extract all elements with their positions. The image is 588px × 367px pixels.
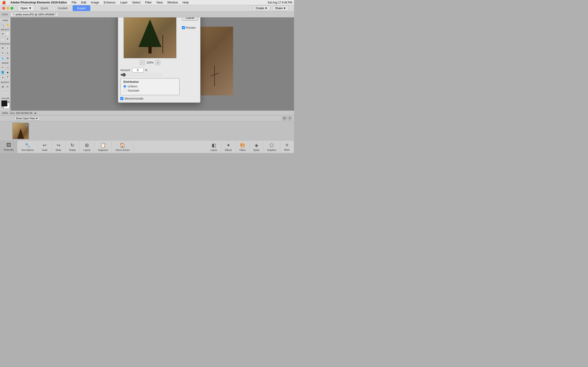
menu-help[interactable]: Help: [181, 0, 191, 5]
effects-label: Effects: [225, 149, 232, 151]
menu-filter[interactable]: Filter: [143, 0, 154, 5]
gaussian-radio[interactable]: [123, 89, 126, 92]
bin-expand-icon[interactable]: ▽: [288, 116, 292, 120]
view-section-label: VIEW: [0, 19, 10, 22]
open-label: Open: [20, 6, 28, 10]
spot-tool[interactable]: ✎: [0, 51, 5, 56]
zoom-in-button[interactable]: +: [155, 60, 160, 65]
share-button[interactable]: Share ▼: [272, 6, 289, 11]
enhance-tools-row3: 💧 ⚙: [0, 56, 10, 60]
amount-unit: %: [145, 69, 147, 72]
open-arrow-icon: ▼: [29, 6, 32, 10]
eraser-tool[interactable]: ◻: [6, 65, 10, 70]
zoom-out-button[interactable]: −: [140, 60, 145, 65]
clone-tool[interactable]: ⊙: [6, 51, 10, 56]
healing-tool[interactable]: ⚕: [6, 46, 10, 50]
thumb-tree: [17, 128, 24, 139]
transform-tool[interactable]: ⟳: [6, 84, 10, 89]
tool-options-button[interactable]: 🔧 Tool Options: [17, 141, 38, 153]
shape-tool-btn[interactable]: ■: [6, 70, 10, 75]
marquee-tool[interactable]: ⬜: [6, 32, 10, 36]
undo-label: Undo: [42, 149, 48, 151]
show-open-files-dropdown[interactable]: Show Open Files ▼: [14, 116, 40, 120]
photo-bin-button[interactable]: 🖼 Photo Bin: [0, 141, 17, 153]
modify-tools-row2: 〰: [0, 90, 10, 94]
filters-button[interactable]: 🎨 Filters: [236, 141, 250, 153]
home-screen-icon: 🏠: [120, 142, 125, 148]
file-tab[interactable]: ✕ pretty snow.JPG @ 100% (RGB/8) *: [10, 12, 59, 17]
swap-colors-icon[interactable]: ⇄: [8, 100, 10, 103]
type-tool[interactable]: T: [6, 75, 10, 80]
hand-tool[interactable]: ✋: [6, 23, 10, 27]
view-tools: 🔍 ✋: [0, 23, 10, 27]
menu-image[interactable]: Image: [89, 0, 101, 5]
crop-tool[interactable]: ⊞: [0, 84, 5, 89]
gaussian-option: Gaussian: [123, 89, 177, 92]
rotate-button[interactable]: ↻ Rotate: [65, 141, 80, 153]
tab-close-icon[interactable]: ✕: [13, 13, 15, 16]
redo-button[interactable]: ↪ Redo: [52, 141, 65, 153]
reset-colors-icon[interactable]: ⊡: [1, 106, 3, 109]
home-screen-button[interactable]: 🏠 Home Screen: [112, 141, 133, 153]
menu-edit[interactable]: Edit: [79, 0, 88, 5]
close-button[interactable]: [2, 7, 5, 10]
monochromatic-label: Monochromatic: [125, 97, 144, 100]
styles-button[interactable]: ◈ Styles: [250, 141, 263, 153]
menu-select[interactable]: Select: [130, 0, 142, 5]
more-button[interactable]: ≡ More: [280, 141, 294, 153]
move-tool[interactable]: ✛: [0, 32, 5, 36]
dodge-burn-tool[interactable]: ⚙: [6, 56, 10, 60]
apple-menu[interactable]: 🍎: [2, 1, 6, 4]
amount-slider[interactable]: [120, 73, 162, 77]
photo-thumbnail[interactable]: [12, 123, 29, 139]
status-arrow-icon[interactable]: ▶: [35, 111, 37, 115]
open-button[interactable]: Open ▼: [18, 5, 34, 11]
main-content: VIEW 🔍 ✋ SELECT ✛ ⬜ ⌒ ✦ ENHANCE 👁 ⚕ ✎ ⊙ …: [0, 17, 294, 110]
graphics-icon: ⬡: [270, 142, 274, 148]
modal-overlay: Add Noise − 100% +: [10, 17, 294, 110]
amount-input[interactable]: [132, 68, 144, 73]
eyedropper-tool[interactable]: ▾: [0, 75, 5, 80]
maximize-button[interactable]: [10, 7, 13, 10]
bin-list-view[interactable]: ☰: [282, 116, 287, 120]
menu-window[interactable]: Window: [165, 0, 180, 5]
preview-checkbox[interactable]: [182, 26, 185, 29]
menu-file[interactable]: File: [70, 0, 78, 5]
warp-tool[interactable]: 〰: [3, 90, 8, 94]
draw-tools-row2: 🪣 ■: [0, 70, 10, 75]
organizer-icon: 📋: [100, 142, 106, 148]
menu-layer[interactable]: Layer: [118, 0, 130, 5]
zoom-tool[interactable]: 🔍: [0, 23, 5, 27]
tabbar: VIEW ✕ pretty snow.JPG @ 100% (RGB/8) *: [0, 11, 294, 17]
foreground-color-swatch[interactable]: [1, 100, 7, 106]
uniform-radio[interactable]: [123, 85, 126, 88]
eye-tool[interactable]: 👁: [0, 46, 5, 50]
tab-guided[interactable]: Guided: [53, 5, 72, 11]
redo-label: Redo: [56, 149, 61, 151]
layers-button[interactable]: ◧ Layers: [207, 141, 221, 153]
layout-button[interactable]: ⊞ Layout: [80, 141, 94, 153]
gaussian-label: Gaussian: [128, 89, 139, 92]
blur-smudge-tool[interactable]: 💧: [0, 56, 5, 60]
cancel-button[interactable]: Cancel: [182, 17, 198, 21]
menu-view[interactable]: View: [154, 0, 164, 5]
minimize-button[interactable]: [6, 7, 9, 10]
preview-tree-top: [138, 19, 162, 47]
magic-wand-tool[interactable]: ✦: [6, 37, 10, 41]
amount-label: Amount:: [120, 69, 131, 72]
distribution-box: Distribution Uniform Gaussian: [120, 78, 180, 95]
tab-expert[interactable]: Expert: [73, 5, 90, 11]
effects-button[interactable]: ✦ Effects: [221, 141, 236, 153]
distribution-title: Distribution: [123, 80, 177, 83]
graphics-button[interactable]: ⬡ Graphics: [263, 141, 280, 153]
create-button[interactable]: Create ▼: [253, 6, 270, 11]
brush-tool[interactable]: ✏: [0, 65, 5, 70]
tab-quick[interactable]: Quick: [36, 5, 53, 11]
organizer-button[interactable]: 📋 Organizer: [94, 141, 112, 153]
undo-button[interactable]: ↩ Undo: [38, 141, 52, 153]
menu-enhance[interactable]: Enhance: [102, 0, 117, 5]
paint-bucket-tool[interactable]: 🪣: [0, 70, 5, 75]
draw-section-label: DRAW: [0, 62, 10, 64]
monochromatic-checkbox[interactable]: [120, 97, 123, 100]
lasso-tool[interactable]: ⌒: [0, 37, 5, 41]
